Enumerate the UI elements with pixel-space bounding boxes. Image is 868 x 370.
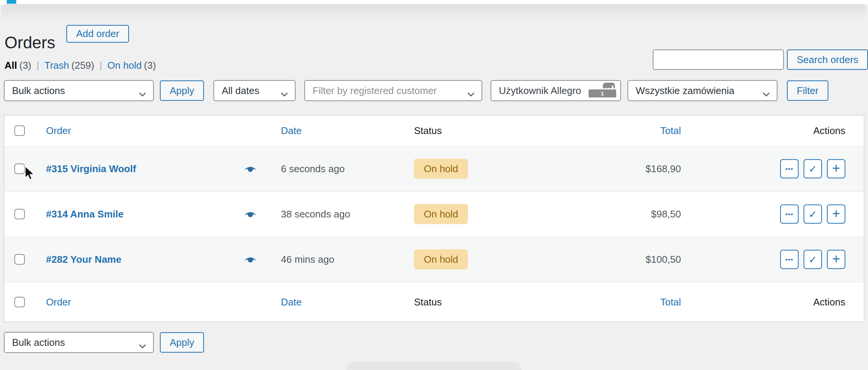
order-total: $98,50 — [651, 208, 681, 220]
password-manager-icon[interactable]: ••• 1 — [603, 83, 617, 99]
more-actions-button[interactable]: ••• — [780, 205, 799, 224]
order-total: $100,50 — [646, 254, 681, 265]
filter-button[interactable]: Filter — [787, 80, 828, 101]
preview-eye-icon[interactable] — [244, 256, 256, 263]
column-header-total[interactable]: Total — [660, 125, 681, 137]
row-divider — [4, 191, 864, 192]
chevron-down-icon — [139, 88, 146, 93]
apply-button-top[interactable]: Apply — [160, 80, 204, 101]
top-bar — [0, 0, 868, 4]
column-footer-status: Status — [414, 296, 442, 308]
order-type-select[interactable]: Wszystkie zamówienia — [627, 80, 778, 101]
view-trash-label[interactable]: Trash — [44, 60, 69, 71]
order-date: 46 mins ago — [281, 254, 334, 265]
bulk-actions-label: Bulk actions — [12, 337, 65, 348]
page-title: Orders — [5, 34, 55, 51]
view-filter-links: All(3) | Trash(259) | On hold(3) — [5, 60, 156, 71]
bulk-actions-select[interactable]: Bulk actions — [4, 80, 154, 101]
column-footer-order[interactable]: Order — [46, 296, 71, 308]
view-separator: | — [37, 60, 39, 71]
view-all[interactable]: All(3) — [5, 60, 31, 71]
mark-complete-button[interactable]: ✓ — [804, 205, 822, 224]
bulk-actions-label: Bulk actions — [12, 85, 65, 97]
topbar-accent-mark — [7, 0, 16, 4]
allegro-user-field-wrap: ••• 1 — [491, 80, 621, 101]
chevron-down-icon — [762, 88, 770, 93]
order-type-label: Wszystkie zamówienia — [636, 85, 735, 97]
add-order-button[interactable]: Add order — [66, 25, 129, 43]
order-link[interactable]: #314 Anna Smile — [46, 208, 124, 220]
preview-eye-icon[interactable] — [244, 211, 256, 217]
all-dates-select[interactable]: All dates — [213, 80, 296, 101]
chevron-down-icon — [467, 88, 475, 93]
select-all-checkbox[interactable] — [14, 125, 25, 136]
select-all-checkbox-footer[interactable] — [14, 297, 25, 307]
password-manager-badge: 1 — [587, 88, 617, 99]
view-onhold[interactable]: On hold(3) — [107, 60, 156, 71]
more-actions-button[interactable]: ••• — [780, 250, 799, 269]
mark-complete-button[interactable]: ✓ — [804, 250, 822, 269]
column-header-order[interactable]: Order — [46, 125, 71, 137]
search-input[interactable] — [653, 49, 784, 70]
view-all-label[interactable]: All — [5, 60, 17, 71]
order-link[interactable]: #315 Virginia Woolf — [46, 163, 136, 175]
bulk-actions-select-bottom[interactable]: Bulk actions — [4, 332, 154, 353]
mouse-cursor-icon — [22, 165, 37, 182]
column-footer-actions: Actions — [813, 296, 845, 308]
chevron-down-icon — [281, 88, 288, 93]
order-date: 6 seconds ago — [281, 163, 345, 175]
column-header-status: Status — [414, 125, 442, 137]
all-dates-label: All dates — [222, 85, 259, 97]
chevron-down-icon — [139, 340, 146, 345]
preview-eye-icon[interactable] — [244, 165, 256, 172]
view-all-count: (3) — [19, 60, 31, 71]
column-footer-date[interactable]: Date — [281, 296, 302, 308]
row-checkbox[interactable] — [14, 209, 25, 219]
view-trash-count: (259) — [71, 60, 94, 71]
status-badge: On hold — [414, 204, 468, 224]
view-onhold-count: (3) — [144, 60, 156, 71]
status-badge: On hold — [414, 250, 468, 270]
add-action-button[interactable]: + — [827, 205, 845, 224]
registered-customer-placeholder: Filter by registered customer — [313, 85, 437, 97]
mark-complete-button[interactable]: ✓ — [804, 159, 822, 179]
apply-button-bottom[interactable]: Apply — [160, 332, 204, 353]
order-date: 38 seconds ago — [281, 208, 350, 220]
column-footer-total[interactable]: Total — [660, 296, 681, 308]
row-checkbox[interactable] — [14, 254, 25, 265]
column-header-date[interactable]: Date — [281, 125, 302, 137]
order-total: $168,90 — [646, 163, 681, 175]
add-action-button[interactable]: + — [827, 250, 845, 269]
view-onhold-label[interactable]: On hold — [107, 60, 142, 71]
view-separator: | — [100, 60, 102, 71]
row-divider — [4, 146, 864, 146]
admin-bar-shadow — [2, 4, 866, 20]
search-orders-button[interactable]: Search orders — [787, 49, 868, 70]
more-actions-button[interactable]: ••• — [780, 159, 799, 179]
add-action-button[interactable]: + — [827, 159, 845, 179]
status-badge: On hold — [414, 159, 468, 179]
view-trash[interactable]: Trash(259) — [44, 60, 94, 71]
order-link[interactable]: #282 Your Name — [46, 254, 121, 265]
row-divider — [4, 282, 864, 282]
row-divider — [4, 237, 864, 237]
column-header-actions: Actions — [813, 125, 845, 137]
bottom-overlay — [346, 362, 522, 370]
registered-customer-select[interactable]: Filter by registered customer — [304, 80, 482, 101]
